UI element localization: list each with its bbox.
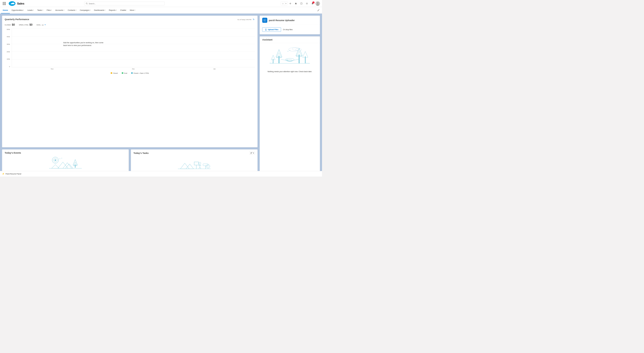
qp-card-header: Quarterly Performance As of Today 9:46 P…	[2, 16, 258, 22]
chevron-down-icon: ▾	[90, 9, 91, 11]
legend-closed-open-label: Closed + Open (>70%)	[133, 72, 149, 74]
svg-rect-17	[75, 165, 76, 168]
chart-y-axis: 500k 400k 300k 200k 100k 0	[5, 28, 11, 67]
tasks-sort-button[interactable]: ▾	[249, 152, 255, 155]
gear-icon	[306, 2, 308, 5]
nav-item-leads[interactable]: Leads ▾	[26, 7, 35, 14]
favorites-button[interactable]: ☆ ▾	[281, 2, 287, 6]
svg-point-45	[286, 58, 294, 61]
footer-text: Parsli Resume Parser	[6, 173, 21, 175]
nav-item-campaigns[interactable]: Campaigns ▾	[78, 7, 92, 14]
chevron-down-icon: ▾	[135, 9, 135, 11]
uploader-title: parsli Resume Uploader	[269, 19, 295, 22]
nav-item-reports[interactable]: Reports ▾	[107, 7, 118, 14]
svg-point-29	[199, 162, 201, 164]
home-icon	[295, 2, 297, 5]
svg-point-9	[317, 2, 318, 4]
nav-item-tasks[interactable]: Tasks ▾	[35, 7, 45, 14]
assistant-header: Assistant	[260, 36, 320, 43]
legend-closed-dot	[111, 72, 112, 74]
nav-item-contacts[interactable]: Contacts ▾	[66, 7, 78, 14]
navbar: Home Opportunities ▾ Leads ▾ Tasks ▾ Fil…	[0, 7, 322, 14]
quarterly-performance-card: Quarterly Performance As of Today 9:46 P…	[2, 16, 258, 147]
assistant-body: Nothing needs your attention right now. …	[260, 43, 320, 75]
goal-stat: GOAL -- ✏	[36, 23, 46, 26]
salesforce-logo	[9, 1, 16, 6]
search-bar[interactable]	[84, 2, 165, 5]
nav-item-files[interactable]: Files ▾	[45, 7, 54, 14]
y-label-100k: 100k	[7, 58, 10, 60]
nav-item-more[interactable]: More ▾	[128, 7, 137, 14]
svg-rect-34	[203, 164, 208, 166]
svg-rect-52	[305, 57, 306, 64]
chart-plot: Add the opportunities you're working on,…	[12, 28, 255, 67]
svg-line-32	[199, 167, 200, 169]
svg-point-13	[55, 159, 56, 161]
new-button[interactable]	[288, 1, 293, 6]
chevron-down-icon: ▾	[76, 9, 76, 11]
events-title: Today's Events	[5, 152, 21, 154]
assistant-illustration-svg	[268, 46, 311, 68]
search-input[interactable]	[89, 3, 163, 5]
legend-closed-label: Closed	[113, 72, 118, 74]
y-label-400k: 400k	[7, 36, 10, 38]
events-illustration	[2, 155, 129, 171]
svg-rect-54	[273, 59, 274, 64]
chevron-down-icon: ▾	[116, 9, 117, 11]
star-icon[interactable]: ☆	[281, 2, 285, 5]
legend-closed-open-dot	[131, 72, 133, 74]
app-launcher-icon[interactable]	[2, 1, 7, 6]
main-content: Quarterly Performance As of Today 9:46 P…	[0, 14, 322, 176]
open-stat: OPEN (>70%) $0	[19, 23, 32, 26]
qp-timestamp: As of Today 9:46 PM	[237, 19, 251, 20]
notifications-button[interactable]: 1	[310, 1, 315, 6]
nav-edit-button[interactable]	[316, 7, 321, 14]
search-icon	[86, 3, 88, 5]
uploader-app-icon: ↑	[262, 18, 267, 23]
upload-button-label: Upload Files	[268, 29, 278, 31]
assistant-title: Assistant	[262, 38, 273, 41]
events-header: Today's Events	[2, 150, 129, 155]
nav-item-opportunities[interactable]: Opportunities ▾	[10, 7, 26, 14]
chevron-down-icon: ▾	[43, 9, 43, 11]
help-button[interactable]: ?	[299, 1, 304, 6]
x-label-dec: Dec	[132, 68, 135, 70]
svg-marker-53	[303, 52, 308, 58]
x-label-jan: Jan	[213, 68, 216, 70]
topbar: Sales ☆ ▾ ?	[0, 0, 322, 7]
svg-marker-14	[58, 162, 68, 168]
open-value: $0	[29, 23, 32, 26]
refresh-button[interactable]: ↻	[252, 18, 255, 21]
nav-item-dashboards[interactable]: Dashboards ▾	[92, 7, 107, 14]
chart-container: 500k 400k 300k 200k 100k 0 Add the oppor…	[5, 28, 255, 71]
goal-edit-icon[interactable]: ✏	[45, 24, 46, 26]
svg-rect-4	[289, 3, 291, 4]
home-button[interactable]	[293, 1, 298, 6]
nav-item-chatter[interactable]: Chatter	[118, 7, 128, 14]
parsli-icon: ↑	[263, 19, 267, 22]
svg-line-56	[281, 59, 286, 60]
favorites-dropdown[interactable]: ▾	[285, 2, 287, 5]
upload-files-button[interactable]: Upload Files	[262, 27, 281, 32]
svg-marker-16	[65, 164, 73, 168]
svg-marker-25	[180, 163, 189, 169]
upload-icon	[265, 29, 267, 31]
tasks-illustration-svg	[177, 156, 212, 171]
nav-item-accounts[interactable]: Accounts ▾	[54, 7, 66, 14]
chart-legend: Closed Goal Closed + Open (>70%)	[5, 71, 255, 75]
events-illustration-svg	[48, 156, 83, 171]
user-avatar[interactable]	[315, 1, 320, 6]
svg-marker-20	[52, 165, 59, 168]
tasks-header: Today's Tasks ▾	[131, 150, 258, 156]
y-label-0: 0	[9, 66, 10, 67]
tasks-title: Today's Tasks	[134, 152, 149, 155]
lightning-icon: ⚡	[2, 173, 5, 175]
nav-item-home[interactable]: Home	[1, 7, 10, 14]
left-column: Quarterly Performance As of Today 9:46 P…	[2, 16, 258, 174]
legend-closed-open: Closed + Open (>70%)	[131, 72, 149, 74]
notification-count: 1	[312, 2, 314, 4]
settings-button[interactable]	[304, 1, 309, 6]
app-name: Sales	[17, 2, 24, 5]
svg-marker-18	[73, 160, 77, 165]
right-column: ↑ parsli Resume Uploader Upload Files Or…	[260, 16, 320, 174]
